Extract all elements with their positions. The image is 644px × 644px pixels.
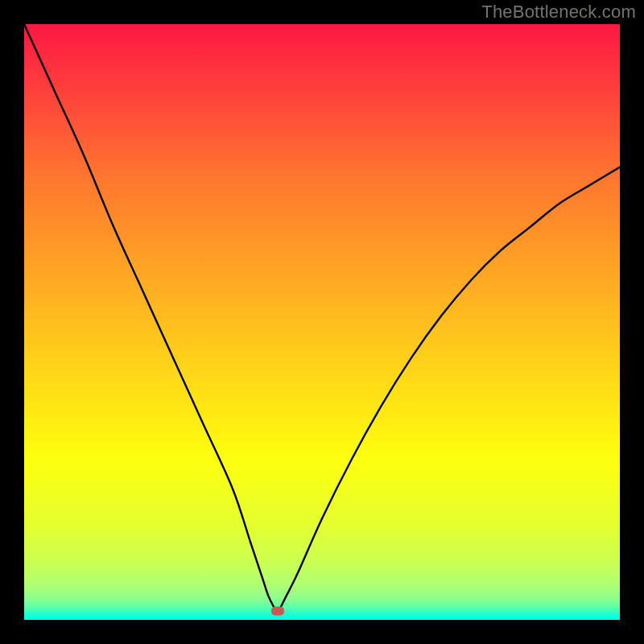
watermark-text: TheBottleneck.com (481, 2, 636, 23)
plot-area (24, 24, 620, 620)
curve-path (24, 24, 620, 614)
chart-stage: TheBottleneck.com (0, 0, 644, 644)
bottleneck-curve (24, 24, 620, 620)
minimum-marker (271, 606, 284, 615)
